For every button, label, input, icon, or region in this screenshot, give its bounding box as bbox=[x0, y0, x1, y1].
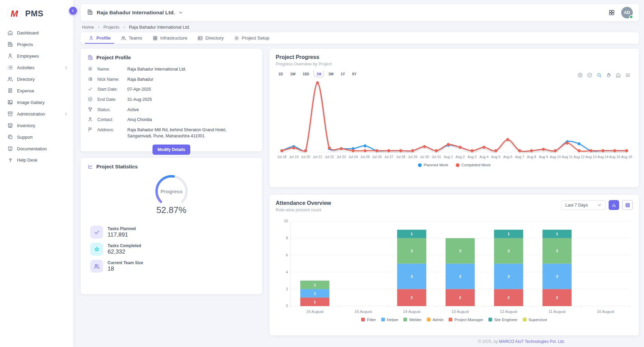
svg-text:Aug 13: Aug 13 bbox=[585, 155, 597, 159]
sidebar-item-expense[interactable]: Expense bbox=[3, 85, 70, 96]
logo-icon: M bbox=[7, 6, 22, 21]
building-icon bbox=[87, 9, 93, 17]
zoom-out-tool-button[interactable] bbox=[587, 72, 593, 78]
sidebar-item-documentation[interactable]: Documentation bbox=[3, 143, 70, 154]
check-icon bbox=[94, 229, 100, 236]
project-profile-card: Project Profile Name:Raja Bahadur Intern… bbox=[81, 49, 262, 151]
legend-planned-work[interactable]: Planned Work bbox=[418, 163, 448, 167]
svg-text:Aug 9: Aug 9 bbox=[539, 155, 548, 159]
tab-profile[interactable]: Profile bbox=[83, 32, 116, 44]
sidebar-item-label: Employees bbox=[17, 54, 68, 59]
sidebar-item-administration[interactable]: Administration bbox=[3, 108, 70, 119]
sidebar-item-help-desk[interactable]: ?Help Desk bbox=[3, 155, 70, 165]
company-selector[interactable]: Raja Bahadur International Ltd. bbox=[87, 9, 183, 17]
range-1d[interactable]: 1D bbox=[276, 71, 286, 77]
tab-directory[interactable]: Directory bbox=[192, 32, 229, 44]
building-icon bbox=[7, 41, 13, 47]
legend-supervisor[interactable]: Supervisor bbox=[523, 318, 547, 322]
stat-current-team-size: Current Team Size18 bbox=[90, 260, 255, 273]
profile-field-nick-name: Nick Name:Raja Bahadur bbox=[87, 76, 255, 82]
svg-text:Jul 24: Jul 24 bbox=[349, 155, 358, 159]
sidebar-item-activities[interactable]: Activities bbox=[3, 62, 70, 73]
svg-text:12 August: 12 August bbox=[500, 310, 518, 314]
range-15d[interactable]: 15D bbox=[300, 71, 312, 77]
legend-project-manager[interactable]: Project Manager bbox=[449, 318, 483, 322]
legend-label: Admin bbox=[433, 318, 444, 322]
profile-field-end-date: End Date:31-Aug-2025 bbox=[87, 96, 255, 103]
range-3m[interactable]: 3M bbox=[326, 71, 336, 77]
breadcrumb-projects[interactable]: Projects bbox=[103, 25, 119, 30]
tab-teams[interactable]: Teams bbox=[116, 32, 147, 44]
sidebar-item-inventory[interactable]: Inventory bbox=[3, 120, 70, 131]
pan-icon bbox=[606, 72, 612, 78]
field-value: 31-Aug-2025 bbox=[127, 96, 152, 103]
modify-details-button[interactable]: Modify Details bbox=[152, 145, 190, 155]
legend-helper[interactable]: Helper bbox=[381, 318, 399, 322]
receipt-icon bbox=[7, 88, 13, 94]
svg-text:Aug 14: Aug 14 bbox=[597, 155, 609, 159]
tabs-bar: ProfileTeamsInfrastructureDirectoryProje… bbox=[81, 32, 639, 44]
selection-zoom-tool-button[interactable] bbox=[596, 72, 602, 78]
sidebar-item-label: Inventory bbox=[17, 123, 68, 128]
building-icon bbox=[87, 55, 93, 60]
svg-text:14 August: 14 August bbox=[403, 310, 421, 314]
home-tool-button[interactable] bbox=[615, 72, 621, 78]
copy-icon bbox=[7, 134, 13, 140]
legend-admin[interactable]: Admin bbox=[427, 318, 444, 322]
home-icon bbox=[7, 30, 13, 36]
grid-icon bbox=[608, 9, 615, 16]
svg-text:11 August: 11 August bbox=[549, 310, 566, 314]
grid-icon bbox=[152, 35, 158, 41]
sidebar-item-dashboard[interactable]: Dashboard bbox=[3, 27, 70, 38]
fingerprint-icon bbox=[87, 76, 93, 82]
sidebar-collapse-button[interactable] bbox=[69, 7, 77, 15]
range-5y[interactable]: 5Y bbox=[349, 71, 359, 77]
breadcrumb-home[interactable]: Home bbox=[82, 25, 94, 30]
pan-tool-button[interactable] bbox=[606, 72, 612, 78]
legend-site-engineer[interactable]: Site Engineer bbox=[488, 318, 518, 322]
legend-fitter[interactable]: Fitter bbox=[361, 318, 376, 322]
app-logo[interactable]: M PMS bbox=[0, 0, 73, 27]
tab-label: Infrastructure bbox=[160, 35, 188, 41]
gauge-svg: Progress bbox=[146, 171, 197, 205]
range-1m[interactable]: 1M bbox=[313, 71, 324, 77]
sidebar-item-directory[interactable]: Directory bbox=[3, 74, 70, 85]
profile-field-name: Name:Raja Bahadur International Ltd. bbox=[87, 66, 255, 72]
sidebar-item-label: Expense bbox=[17, 88, 68, 93]
sidebar-item-support[interactable]: Support bbox=[3, 132, 70, 142]
svg-text:3: 3 bbox=[556, 249, 558, 253]
days-filter-select[interactable]: Last 7 Days bbox=[561, 200, 606, 210]
legend-welder[interactable]: Welder bbox=[403, 318, 421, 322]
people-icon bbox=[94, 263, 100, 270]
tab-label: Profile bbox=[96, 35, 111, 41]
svg-text:1: 1 bbox=[556, 232, 558, 236]
store-icon bbox=[7, 122, 13, 129]
footer-company-link[interactable]: MARCO AIoT Technologies Pvt. Ltd. bbox=[499, 339, 565, 344]
chevron-left-icon bbox=[71, 9, 75, 13]
field-label: Contact: bbox=[97, 117, 123, 123]
svg-text:3: 3 bbox=[411, 274, 413, 278]
sidebar-item-projects[interactable]: Projects bbox=[3, 39, 70, 50]
attendance-bar-chart[interactable]: 024681011116 August15 August233114 Augus… bbox=[276, 217, 633, 317]
range-1y[interactable]: 1Y bbox=[338, 71, 348, 77]
range-1w[interactable]: 1W bbox=[287, 71, 298, 77]
svg-text:Aug 10: Aug 10 bbox=[550, 155, 561, 159]
tab-project-setup[interactable]: Project Setup bbox=[229, 32, 274, 44]
apps-grid-button[interactable] bbox=[608, 9, 615, 16]
stat-tasks-completed: Tasks Completed62,332 bbox=[90, 243, 255, 256]
sidebar-item-image-gallary[interactable]: Image Gallary bbox=[3, 97, 70, 108]
bar-chart-view-button[interactable] bbox=[609, 200, 619, 210]
svg-text:1: 1 bbox=[508, 232, 510, 236]
zoom-in-tool-button[interactable] bbox=[577, 72, 583, 78]
svg-text:0: 0 bbox=[286, 304, 288, 308]
sidebar-item-employees[interactable]: Employees bbox=[3, 50, 70, 61]
table-view-button[interactable] bbox=[622, 200, 633, 210]
avatar[interactable]: AD bbox=[621, 7, 633, 18]
people-icon bbox=[90, 260, 103, 273]
project-progress-chart[interactable]: Jul 18Jul 19Jul 20Jul 21Jul 22Jul 23Jul … bbox=[276, 80, 633, 163]
legend-completed-work[interactable]: Completed Work bbox=[456, 163, 490, 167]
chevron-down-icon bbox=[597, 203, 602, 207]
menu-tool-button[interactable] bbox=[625, 72, 631, 78]
sidebar-item-label: Dashboard bbox=[17, 30, 68, 35]
tab-infrastructure[interactable]: Infrastructure bbox=[147, 32, 193, 44]
